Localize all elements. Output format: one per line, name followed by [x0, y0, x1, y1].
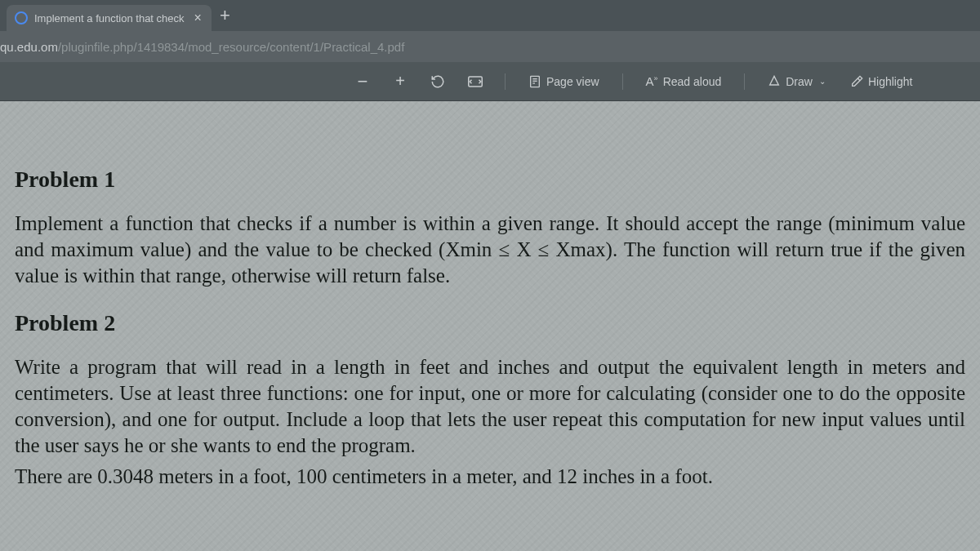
url-domain: qu.edu.om — [0, 40, 58, 54]
problem-1-text: Implement a function that checks if a nu… — [15, 211, 965, 289]
chevron-down-icon: ⌄ — [819, 77, 826, 86]
highlight-button[interactable]: Highlight — [844, 72, 919, 91]
problem-1-heading: Problem 1 — [15, 167, 965, 193]
tab-favicon — [15, 11, 28, 24]
tab-title: Implement a function that check — [34, 12, 185, 24]
draw-button[interactable]: Draw ⌄ — [761, 72, 832, 91]
toolbar-divider — [744, 73, 745, 90]
zoom-out-button[interactable]: − — [350, 69, 376, 95]
problem-2-heading: Problem 2 — [15, 310, 965, 336]
problem-2-text: Write a program that will read in a leng… — [15, 354, 965, 459]
highlight-icon — [850, 75, 863, 88]
browser-tab[interactable]: Implement a function that check × — [7, 5, 212, 31]
pdf-content-area: Problem 1 Implement a function that chec… — [0, 101, 980, 551]
read-aloud-button[interactable]: A» Read aloud — [639, 71, 728, 91]
browser-tab-bar: Implement a function that check × + — [0, 0, 980, 31]
url-text: qu.edu.om/pluginfile.php/1419834/mod_res… — [0, 40, 404, 54]
problem-2-cutoff: There are 0.3048 meters in a foot, 100 c… — [15, 464, 965, 490]
toolbar-divider — [622, 73, 623, 90]
page-view-button[interactable]: Page view — [522, 72, 606, 91]
fit-page-button[interactable] — [462, 69, 488, 95]
page-view-label: Page view — [546, 75, 599, 88]
draw-label: Draw — [786, 75, 813, 88]
fit-icon — [468, 76, 483, 87]
close-tab-button[interactable]: × — [191, 11, 205, 25]
rotate-button[interactable] — [425, 69, 451, 95]
toolbar-divider — [505, 73, 506, 90]
highlight-label: Highlight — [868, 75, 912, 88]
new-tab-button[interactable]: + — [212, 5, 238, 26]
zoom-in-button[interactable]: + — [387, 69, 413, 95]
page-view-icon — [528, 75, 541, 88]
draw-icon — [768, 75, 781, 88]
read-aloud-icon: A» — [646, 74, 658, 88]
url-path: /pluginfile.php/1419834/mod_resource/con… — [58, 40, 404, 54]
read-aloud-label: Read aloud — [663, 75, 722, 88]
rotate-icon — [430, 74, 445, 89]
address-bar[interactable]: qu.edu.om/pluginfile.php/1419834/mod_res… — [0, 31, 980, 62]
pdf-toolbar: − + Page view A» Read aloud Draw ⌄ Highl… — [0, 62, 980, 101]
